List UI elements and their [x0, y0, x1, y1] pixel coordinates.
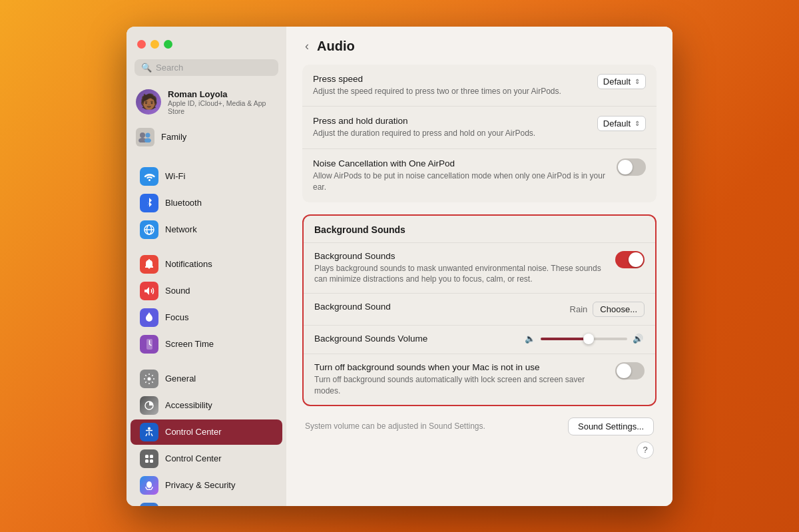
- bg-sounds-volume-title: Background Sounds Volume: [314, 334, 517, 344]
- svg-rect-13: [145, 459, 148, 463]
- sidebar-item-screentime[interactable]: Screen Time: [131, 332, 282, 357]
- sidebar-item-label: Screen Time: [165, 339, 214, 349]
- search-icon: 🔍: [141, 63, 152, 73]
- press-speed-control: Default ⇕: [597, 74, 646, 89]
- focus-icon: [140, 308, 158, 327]
- minimize-button[interactable]: [150, 40, 159, 49]
- sidebar-item-network[interactable]: Network: [131, 217, 282, 242]
- content-area: Press speed Adjust the speed required to…: [286, 65, 672, 480]
- sidebar-item-wifi[interactable]: Wi-Fi: [131, 164, 282, 189]
- bluetooth-icon: [140, 194, 158, 212]
- footer-row: System volume can be adjusted in Sound S…: [302, 407, 657, 441]
- noise-cancel-row: Noise Cancellation with One AirPod Allow…: [302, 148, 657, 202]
- bg-sounds-idle-title: Turn off background sounds when your Mac…: [314, 362, 607, 372]
- press-hold-control: Default ⇕: [597, 116, 646, 131]
- bg-sounds-volume-control: 🔈 🔊: [525, 334, 645, 344]
- current-sound-label: Rain: [570, 304, 588, 314]
- sidebar-item-bluetooth[interactable]: Bluetooth: [131, 190, 282, 216]
- sound-settings-button[interactable]: Sound Settings...: [568, 417, 654, 435]
- close-button[interactable]: [137, 40, 146, 49]
- section-gap: [302, 203, 657, 214]
- bg-sounds-idle-control: [615, 362, 645, 380]
- family-icon: [136, 128, 154, 146]
- sidebar-item-general[interactable]: General: [131, 366, 282, 392]
- bg-sounds-idle-info: Turn off background sounds when your Mac…: [314, 362, 607, 397]
- sidebar-item-label: Sound: [165, 286, 190, 296]
- family-label: Family: [161, 132, 186, 142]
- search-bar[interactable]: 🔍 Search: [134, 59, 278, 76]
- press-hold-title: Press and hold duration: [313, 116, 589, 126]
- sidebar-item-appearance[interactable]: Accessibility: [131, 393, 282, 418]
- back-button[interactable]: ‹: [302, 39, 312, 53]
- user-name: Roman Loyola: [168, 89, 277, 99]
- volume-slider-knob[interactable]: [583, 334, 594, 344]
- sidebar-item-privacy[interactable]: Desktop & Dock: [131, 499, 282, 506]
- controlcenter-icon: [140, 449, 158, 468]
- bg-sounds-toggle-row: Background Sounds Plays background sound…: [304, 243, 655, 294]
- sidebar-item-focus[interactable]: Focus: [131, 305, 282, 330]
- sidebar-item-notifications[interactable]: Notifications: [131, 252, 282, 277]
- airpods-settings-group: Press speed Adjust the speed required to…: [302, 65, 657, 202]
- svg-point-10: [148, 427, 150, 429]
- sidebar-item-accessibility[interactable]: Control Center: [131, 419, 282, 445]
- bg-sounds-toggle-title: Background Sounds: [314, 251, 607, 261]
- toggle-knob: [618, 160, 633, 174]
- avatar-emoji: 🧑🏾: [140, 95, 158, 109]
- stepper-value: Default: [603, 77, 631, 87]
- svg-point-15: [146, 481, 152, 488]
- help-button[interactable]: ?: [637, 441, 654, 459]
- maximize-button[interactable]: [164, 40, 172, 49]
- bg-sounds-header-text: Background Sounds: [314, 224, 405, 235]
- bg-sounds-volume-row: Background Sounds Volume 🔈 🔊: [304, 325, 655, 354]
- page-title: Audio: [317, 39, 355, 54]
- choose-sound-button[interactable]: Choose...: [593, 302, 645, 317]
- press-hold-row: Press and hold duration Adjust the durat…: [302, 106, 657, 148]
- bg-sounds-toggle[interactable]: [615, 251, 645, 268]
- svg-rect-11: [145, 455, 148, 458]
- sidebar-item-siri[interactable]: Privacy & Security: [131, 473, 282, 498]
- sidebar-item-family[interactable]: Family: [127, 125, 286, 150]
- network-icon: [140, 220, 158, 239]
- press-speed-title: Press speed: [313, 74, 589, 84]
- sidebar-item-label: General: [165, 374, 196, 384]
- volume-slider-wrap: 🔈 🔊: [525, 334, 645, 344]
- press-speed-info: Press speed Adjust the speed required to…: [313, 74, 589, 97]
- general-icon: [140, 370, 158, 388]
- sidebar-item-label: Privacy & Security: [165, 480, 235, 490]
- screentime-icon: [140, 335, 158, 354]
- stepper-value: Default: [603, 119, 631, 129]
- top-bar: ‹ Audio: [286, 27, 672, 65]
- sidebar-item-label: Control Center: [165, 453, 222, 463]
- noise-cancel-toggle[interactable]: [617, 158, 646, 176]
- user-sub: Apple ID, iCloud+, Media & App Store: [168, 99, 277, 115]
- footer-note: System volume can be adjusted in Sound S…: [305, 421, 485, 431]
- notifications-icon: [140, 255, 158, 274]
- user-info: Roman Loyola Apple ID, iCloud+, Media & …: [168, 89, 277, 115]
- sidebar-item-controlcenter[interactable]: Control Center: [131, 446, 282, 471]
- sound-icon: [140, 282, 158, 300]
- noise-cancel-desc: Allow AirPods to be put in noise cancell…: [313, 170, 609, 193]
- svg-point-8: [148, 377, 151, 380]
- press-hold-stepper[interactable]: Default ⇕: [597, 116, 646, 131]
- sidebar-item-sound[interactable]: Sound: [131, 278, 282, 304]
- wifi-icon: [140, 167, 158, 186]
- user-profile[interactable]: 🧑🏾 Roman Loyola Apple ID, iCloud+, Media…: [127, 85, 286, 125]
- traffic-lights: [127, 35, 286, 59]
- volume-slider-track[interactable]: [541, 338, 627, 340]
- svg-point-0: [140, 133, 145, 138]
- toggle-knob: [617, 364, 631, 378]
- sidebar-item-label: Accessibility: [165, 400, 212, 410]
- search-input[interactable]: Search: [156, 63, 183, 73]
- press-hold-desc: Adjust the duration required to press an…: [313, 128, 589, 139]
- volume-low-icon: 🔈: [525, 334, 535, 344]
- sidebar-item-label: Notifications: [165, 259, 212, 269]
- sidebar-item-label: Bluetooth: [165, 198, 202, 208]
- main-content: ‹ Audio Press speed Adjust the speed req…: [286, 27, 672, 506]
- bg-sounds-idle-toggle[interactable]: [615, 362, 645, 380]
- press-speed-stepper[interactable]: Default ⇕: [597, 74, 646, 89]
- noise-cancel-info: Noise Cancellation with One AirPod Allow…: [313, 158, 609, 193]
- sidebar-item-label: Focus: [165, 312, 188, 322]
- privacy-icon: [140, 503, 158, 506]
- bg-sounds-toggle-desc: Plays background sounds to mask unwanted…: [314, 263, 607, 286]
- noise-cancel-title: Noise Cancellation with One AirPod: [313, 158, 609, 168]
